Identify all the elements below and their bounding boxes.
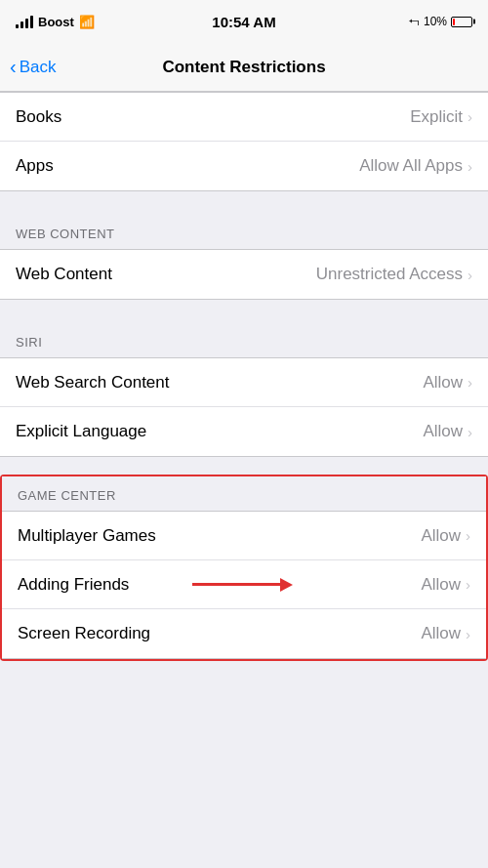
multiplayer-games-value: Allow (421, 526, 461, 546)
status-right: ⮢ 10% (409, 15, 472, 28)
signal-bar-2 (20, 21, 23, 28)
books-label: Books (16, 107, 61, 127)
battery-percent: 10% (424, 15, 447, 28)
explicit-language-value-group: Allow › (423, 422, 472, 441)
adding-friends-row[interactable]: Adding Friends Allow › (2, 560, 486, 609)
status-time: 10:54 AM (212, 14, 275, 30)
status-bar: Boost 📶 10:54 AM ⮢ 10% (0, 0, 488, 43)
adding-friends-label: Adding Friends (18, 575, 129, 595)
siri-list: Web Search Content Allow › Explicit Lang… (0, 357, 488, 457)
screen-recording-label: Screen Recording (18, 624, 150, 643)
signal-bar-4 (30, 16, 33, 28)
chevron-right-icon: › (468, 158, 472, 175)
game-center-header: GAME CENTER (2, 476, 486, 511)
annotation-arrow (192, 578, 293, 592)
content-area: Books Explicit › Apps Allow All Apps › W… (0, 92, 488, 661)
chevron-right-icon: › (466, 626, 470, 642)
explicit-language-value: Allow (423, 422, 463, 441)
apps-row[interactable]: Apps Allow All Apps › (0, 142, 488, 190)
location-icon: ⮢ (409, 16, 420, 27)
main-list: Books Explicit › Apps Allow All Apps › (0, 92, 488, 191)
spacer-1 (0, 191, 488, 209)
multiplayer-games-value-group: Allow › (421, 526, 470, 546)
carrier-signal: Boost 📶 (16, 15, 95, 29)
web-search-value: Allow (423, 373, 463, 393)
wifi-icon: 📶 (79, 15, 95, 29)
web-content-row[interactable]: Web Content Unrestricted Access › (0, 250, 488, 299)
chevron-left-icon: ‹ (10, 57, 17, 76)
adding-friends-value-group: Allow › (421, 575, 470, 595)
arrow-line (192, 583, 280, 586)
signal-bar-1 (16, 24, 19, 28)
chevron-right-icon: › (468, 374, 472, 391)
spacer-3 (0, 457, 488, 475)
adding-friends-value: Allow (421, 575, 461, 595)
page-title: Content Restrictions (162, 58, 325, 77)
siri-header: SIRI (0, 317, 488, 357)
web-content-value: Unrestricted Access (316, 265, 463, 284)
main-section: Books Explicit › Apps Allow All Apps › (0, 92, 488, 191)
nav-bar: ‹ Back Content Restrictions (0, 43, 488, 92)
web-content-section: WEB CONTENT Web Content Unrestricted Acc… (0, 209, 488, 300)
multiplayer-games-row[interactable]: Multiplayer Games Allow › (2, 512, 486, 560)
apps-value-group: Allow All Apps › (359, 156, 472, 176)
web-search-label: Web Search Content (16, 373, 170, 393)
web-search-row[interactable]: Web Search Content Allow › (0, 358, 488, 407)
web-content-label: Web Content (16, 265, 112, 284)
chevron-right-icon: › (468, 424, 472, 440)
battery-icon (451, 17, 472, 27)
web-search-value-group: Allow › (423, 373, 472, 393)
siri-section: SIRI Web Search Content Allow › Explicit… (0, 317, 488, 457)
arrow-head-icon (280, 578, 293, 592)
battery-fill (453, 19, 455, 25)
chevron-right-icon: › (466, 527, 470, 544)
explicit-language-row[interactable]: Explicit Language Allow › (0, 407, 488, 456)
books-row[interactable]: Books Explicit › (0, 93, 488, 142)
battery-body (451, 17, 472, 27)
screen-recording-row[interactable]: Screen Recording Allow › (2, 609, 486, 658)
chevron-right-icon: › (468, 267, 472, 283)
apps-value: Allow All Apps (359, 156, 463, 176)
game-center-list: Multiplayer Games Allow › Adding Friends… (2, 511, 486, 659)
chevron-right-icon: › (466, 576, 470, 593)
apps-label: Apps (16, 156, 54, 176)
spacer-2 (0, 300, 488, 317)
chevron-right-icon: › (468, 108, 472, 125)
multiplayer-games-label: Multiplayer Games (18, 526, 156, 546)
books-value: Explicit (410, 107, 463, 127)
explicit-language-label: Explicit Language (16, 422, 146, 441)
signal-bars-icon (16, 15, 33, 28)
signal-bar-3 (25, 19, 28, 28)
books-value-group: Explicit › (410, 107, 472, 127)
web-content-list: Web Content Unrestricted Access › (0, 249, 488, 300)
web-content-value-group: Unrestricted Access › (316, 265, 472, 284)
back-button[interactable]: ‹ Back (10, 58, 56, 77)
carrier-label: Boost (38, 15, 74, 29)
back-label: Back (20, 58, 57, 77)
web-content-header: WEB CONTENT (0, 209, 488, 249)
game-center-section: GAME CENTER Multiplayer Games Allow › Ad… (0, 475, 488, 661)
screen-recording-value: Allow (421, 624, 461, 643)
screen-recording-value-group: Allow › (421, 624, 470, 643)
